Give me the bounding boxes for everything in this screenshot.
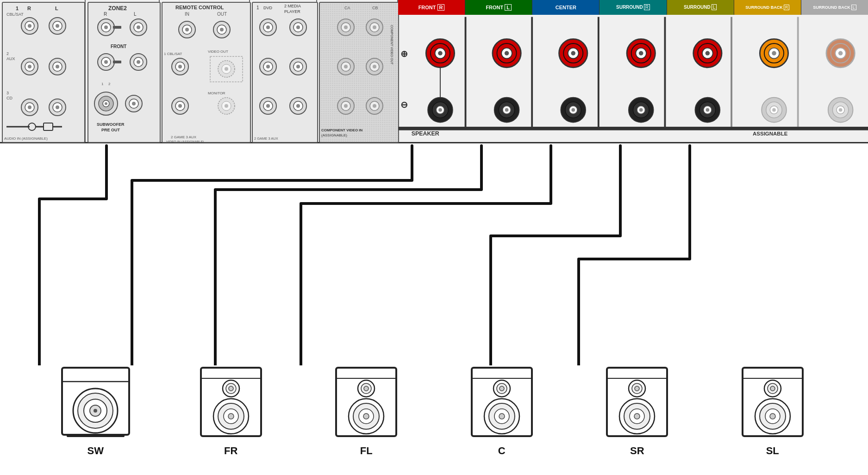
svg-point-140 <box>373 104 376 108</box>
svg-text:COMPONENT VIDEO IN: COMPONENT VIDEO IN <box>321 128 363 132</box>
svg-point-152 <box>438 108 442 111</box>
speaker-unit-c: C <box>465 365 539 457</box>
label-front-l: FRONT <box>486 5 503 10</box>
svg-point-168 <box>571 108 575 111</box>
section-dvd: 1 DVD 2 MEDIA PLAYER <box>250 0 317 142</box>
svg-point-15 <box>28 65 31 68</box>
fl-label: FL <box>360 445 373 457</box>
svg-rect-48 <box>113 61 121 63</box>
svg-point-216 <box>94 409 97 413</box>
svg-point-110 <box>266 104 270 108</box>
svg-point-253 <box>634 413 640 419</box>
sl-label: SL <box>766 445 779 457</box>
svg-point-196 <box>838 51 843 56</box>
svg-text:ASSIGNABLE: ASSIGNABLE <box>753 131 788 136</box>
svg-text:2 MEDIA: 2 MEDIA <box>284 4 301 8</box>
svg-point-180 <box>706 51 710 56</box>
svg-text:SUBWOOFER: SUBWOOFER <box>97 122 125 127</box>
label-surround-l: SURROUND <box>684 5 711 10</box>
svg-text:VIDEO OUT: VIDEO OUT <box>208 49 228 54</box>
svg-point-47 <box>104 60 108 64</box>
svg-point-43 <box>137 25 140 29</box>
svg-point-137 <box>373 65 376 68</box>
svg-point-156 <box>505 51 509 56</box>
svg-rect-206 <box>598 17 599 126</box>
svg-text:1: 1 <box>256 5 259 10</box>
svg-point-200 <box>839 108 843 111</box>
svg-text:VIDEO IN (ASSIGNABLE): VIDEO IN (ASSIGNABLE) <box>254 142 292 143</box>
svg-text:CBL/SAT: CBL/SAT <box>6 12 24 17</box>
wiring-area <box>0 143 868 365</box>
fr-label: FR <box>224 445 237 457</box>
svg-point-10 <box>56 24 59 28</box>
svg-point-128 <box>344 65 348 68</box>
svg-text:R: R <box>104 12 107 17</box>
svg-point-77 <box>178 65 182 68</box>
c-label: C <box>498 445 506 457</box>
svg-point-240 <box>500 386 504 391</box>
top-panel: 1 R L CBL/SAT 2 AUX <box>0 0 868 143</box>
svg-text:CD: CD <box>6 96 12 100</box>
svg-text:VIDEO IN (ASSIGNABLE): VIDEO IN (ASSIGNABLE) <box>166 140 204 143</box>
svg-point-249 <box>635 386 639 391</box>
svg-text:IN: IN <box>185 12 189 17</box>
svg-point-147 <box>438 51 443 56</box>
svg-point-244 <box>499 413 505 419</box>
svg-point-235 <box>363 413 369 419</box>
svg-point-134 <box>373 25 376 29</box>
svg-point-262 <box>770 413 775 419</box>
svg-rect-203 <box>398 127 868 130</box>
svg-text:AUX: AUX <box>6 56 15 61</box>
svg-rect-205 <box>531 17 533 126</box>
section-speakers: FRONT R FRONT L CENTER SURROUND R SURROU… <box>398 0 868 142</box>
svg-point-107 <box>296 65 300 68</box>
svg-text:1: 1 <box>101 82 104 86</box>
label-front-r: FRONT <box>418 5 436 10</box>
svg-text:L: L <box>55 6 58 11</box>
svg-text:3: 3 <box>6 91 9 95</box>
label-surround-r: SURROUND <box>616 5 643 10</box>
svg-text:2 GAME   3 AUX: 2 GAME 3 AUX <box>171 135 197 139</box>
svg-point-7 <box>28 24 31 28</box>
svg-text:2: 2 <box>6 51 9 56</box>
sw-label: SW <box>87 445 104 457</box>
svg-point-60 <box>132 102 136 105</box>
svg-point-184 <box>706 108 710 111</box>
svg-point-18 <box>56 65 59 68</box>
svg-point-125 <box>344 25 348 29</box>
svg-text:COMPONENT VIDEO OUT: COMPONENT VIDEO OUT <box>390 25 393 65</box>
svg-point-188 <box>772 51 776 56</box>
svg-rect-207 <box>664 17 666 126</box>
svg-point-104 <box>266 65 270 68</box>
svg-point-88 <box>225 104 228 108</box>
svg-point-164 <box>571 51 575 56</box>
svg-text:⊖: ⊖ <box>400 100 408 110</box>
main-container: 1 R L CBL/SAT 2 AUX <box>0 0 868 475</box>
svg-point-39 <box>104 25 108 29</box>
speaker-unit-sl: SL <box>736 365 810 457</box>
svg-point-51 <box>137 60 140 64</box>
label-surround-back-l: SURROUND BACK <box>813 5 850 10</box>
svg-text:SPEAKER: SPEAKER <box>412 130 439 137</box>
svg-point-98 <box>266 25 270 29</box>
svg-text:1 CBL/SAT: 1 CBL/SAT <box>164 52 182 56</box>
svg-point-85 <box>178 104 182 108</box>
svg-text:1: 1 <box>16 6 19 11</box>
svg-rect-117 <box>320 3 399 142</box>
svg-rect-40 <box>113 26 121 29</box>
section-component: COMPONENT VIDEO IN (ASSIGNABLE) CA CB <box>317 0 398 142</box>
svg-point-69 <box>185 28 189 31</box>
svg-point-23 <box>28 105 31 109</box>
svg-point-231 <box>364 386 368 391</box>
speaker-unit-sw: SW <box>58 365 132 457</box>
svg-text:AUDIO IN (ASSIGNABLE): AUDIO IN (ASSIGNABLE) <box>4 136 48 141</box>
svg-text:OUT: OUT <box>217 12 227 17</box>
svg-point-176 <box>639 108 643 111</box>
svg-rect-204 <box>465 17 467 126</box>
svg-rect-217 <box>67 434 125 437</box>
svg-text:CB: CB <box>372 6 378 10</box>
svg-text:PLAYER: PLAYER <box>284 9 300 14</box>
svg-point-131 <box>344 104 348 108</box>
svg-point-26 <box>56 105 59 109</box>
svg-text:CA: CA <box>344 6 350 10</box>
